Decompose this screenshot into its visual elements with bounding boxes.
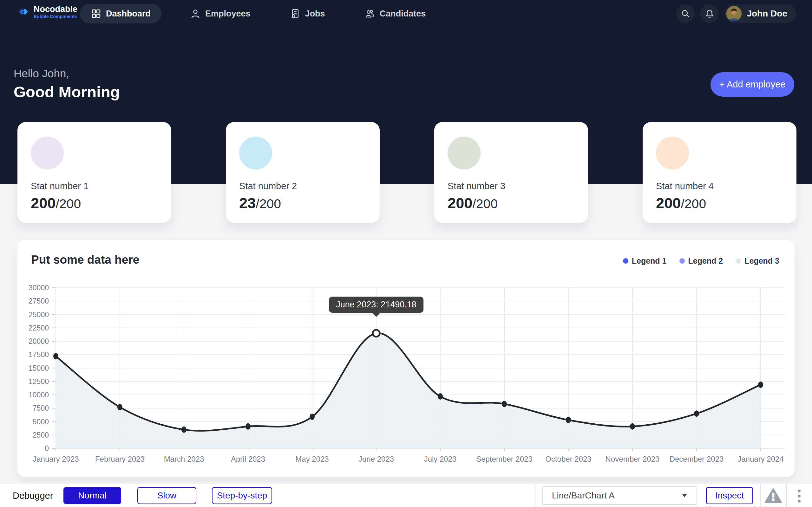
stat-total: /200 [256,196,281,211]
divider [786,484,787,507]
svg-text:0: 0 [45,444,49,452]
stat-value: 200 [656,194,681,211]
inspect-button[interactable]: Inspect [706,487,753,504]
header-actions: John Doe [676,4,796,23]
legend-item-1[interactable]: Legend 1 [623,257,667,266]
stat-value: 200 [31,194,55,211]
debugger-mode-slow[interactable]: Slow [137,487,196,504]
stat-label: Stat number 4 [656,181,714,191]
svg-text:September 2023: September 2023 [476,455,532,463]
svg-text:2500: 2500 [33,431,49,439]
stat-value: 200 [448,194,472,211]
legend-label: Legend 1 [632,257,667,266]
element-dropdown-value: Line/BarChart A [552,491,681,501]
svg-text:July 2023: July 2023 [424,455,457,463]
divider [535,484,536,507]
stat-total: /200 [472,196,498,211]
nav-item-candidates[interactable]: Candidates [354,4,437,23]
svg-text:May 2023: May 2023 [295,455,328,463]
stat-label: Stat number 2 [239,181,297,191]
person-icon [190,8,201,19]
hero-title: Good Morning [14,83,120,101]
nav-item-dashboard[interactable]: Dashboard [80,4,161,23]
stat-label: Stat number 3 [448,181,505,191]
svg-text:27500: 27500 [29,297,49,305]
stat-total: /200 [55,196,81,211]
svg-text:25000: 25000 [29,311,49,319]
grid-icon [91,8,101,19]
nav-label: Candidates [380,9,426,19]
stat-card-4: Stat number 4 200/200 [643,122,797,223]
svg-text:22500: 22500 [29,324,49,332]
chart-card: Put some data here Legend 1 Legend 2 Leg… [17,240,795,477]
svg-text:7500: 7500 [33,404,49,412]
nav-item-jobs[interactable]: Jobs [279,4,336,23]
debugger-bar: Debugger Normal Slow Step-by-step Line/B… [0,483,812,507]
warning-icon [765,488,782,503]
stat-card-1: Stat number 1 200/200 [17,122,171,223]
legend-dot [679,258,685,264]
svg-text:5000: 5000 [33,418,49,426]
user-name: John Doe [747,9,787,19]
people-icon [364,8,375,19]
document-search-icon [290,8,301,19]
nav-item-employees[interactable]: Employees [179,4,261,23]
debugger-mode-normal[interactable]: Normal [63,487,121,504]
stat-circle-icon [448,136,480,170]
svg-text:November 2023: November 2023 [606,455,660,463]
svg-text:12500: 12500 [29,377,49,386]
legend-item-3[interactable]: Legend 3 [735,257,779,266]
stat-circle-icon [656,136,689,170]
nav-label: Employees [205,9,251,19]
brand-tagline: Bubble Components [34,14,78,19]
chart-tooltip: June 2023: 21490.18 [329,297,423,313]
brand-logo[interactable]: Nocodable Bubble Components [17,4,78,19]
element-dropdown[interactable]: Line/BarChart A [542,487,697,505]
avatar [726,6,742,21]
hero-greeting: Hello John, [14,67,69,80]
svg-text:April 2023: April 2023 [231,455,265,463]
more-options-button[interactable] [794,487,804,504]
svg-text:February 2023: February 2023 [95,455,145,463]
legend-label: Legend 2 [688,257,723,266]
top-navigation-bar: Nocodable Bubble Components Dashboard Em… [0,0,812,27]
main-nav: Dashboard Employees Jobs Candidates [80,4,437,23]
chevron-down-icon [681,493,688,498]
svg-text:December 2023: December 2023 [670,455,724,463]
inspect-caption: Show responsive boxes [706,504,753,507]
legend-dot [735,258,741,264]
svg-text:October 2023: October 2023 [545,455,591,463]
svg-text:30000: 30000 [29,284,49,292]
issues-button[interactable] [764,487,782,504]
legend-label: Legend 3 [745,257,779,266]
brand-name: Nocodable [34,4,78,14]
nav-label: Dashboard [106,9,151,19]
svg-text:June 2023: June 2023 [358,455,394,463]
stat-card-2: Stat number 2 23/200 [226,122,380,223]
search-icon [681,9,690,18]
debugger-label: Debugger [13,491,53,501]
svg-text:January 2024: January 2024 [738,455,783,463]
add-employee-button[interactable]: + Add employee [711,72,794,97]
notifications-button[interactable] [700,4,719,23]
svg-text:17500: 17500 [29,350,49,359]
legend-item-2[interactable]: Legend 2 [679,257,723,266]
chart-legend: Legend 1 Legend 2 Legend 3 [623,257,779,266]
debugger-mode-step-by-step[interactable]: Step-by-step [212,487,272,504]
bell-icon [705,9,714,18]
svg-text:10000: 10000 [29,391,49,399]
stat-circle-icon [31,136,64,170]
svg-text:March 2023: March 2023 [164,455,204,463]
user-menu[interactable]: John Doe [724,4,796,23]
stat-card-3: Stat number 3 200/200 [434,122,588,223]
legend-dot [623,258,628,264]
svg-text:January 2023: January 2023 [33,455,79,463]
stat-circle-icon [239,136,272,170]
stat-total: /200 [681,196,706,211]
stat-label: Stat number 1 [31,181,89,191]
nav-label: Jobs [305,9,325,19]
stat-value: 23 [239,194,256,211]
brand-mark-icon [17,5,30,18]
search-button[interactable] [676,4,695,23]
divider [760,484,761,507]
